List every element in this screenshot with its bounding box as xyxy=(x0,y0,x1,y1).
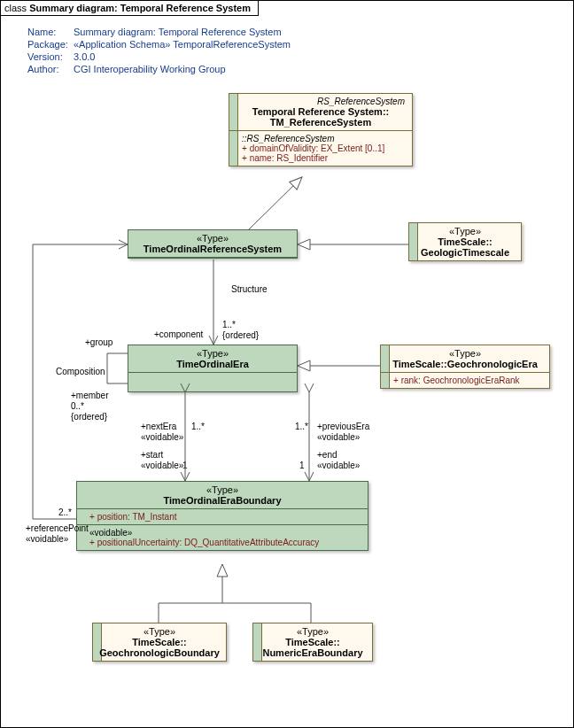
label-prev-era: +previousEra xyxy=(317,422,369,431)
class-time-ordinal-reference-system: «Type» TimeOrdinalReferenceSystem xyxy=(128,229,298,259)
label-start: +start xyxy=(141,450,163,460)
label-voidable-prev: «voidable» xyxy=(317,432,360,442)
label-mult-2star: 2..* xyxy=(58,507,72,517)
label-mult-1-a: 1 xyxy=(182,461,188,470)
label-next-era: +nextEra xyxy=(141,422,176,431)
class-geologic-timescale: «Type» TimeScale:: GeologicTimescale xyxy=(408,222,522,261)
title-prefix: class xyxy=(4,3,29,13)
metadata-block: Name:Summary diagram: Temporal Reference… xyxy=(27,26,291,75)
label-voidable-start: «voidable» xyxy=(141,461,183,470)
diagram-title-tab: class Summary diagram: Temporal Referenc… xyxy=(1,1,259,16)
label-voidable-ref: «voidable» xyxy=(26,534,68,544)
class-time-ordinal-era-boundary: «Type» TimeOrdinalEraBoundary position: … xyxy=(76,481,368,551)
label-group: +group xyxy=(85,337,112,347)
class-time-ordinal-era: «Type» TimeOrdinalEra xyxy=(128,345,298,392)
label-structure: Structure xyxy=(231,284,268,294)
title-bold: Summary diagram: Temporal Reference Syst… xyxy=(29,3,251,13)
label-mult-1star-c: 1..* xyxy=(295,422,308,431)
label-end: +end xyxy=(317,450,337,460)
label-mult-1-b: 1 xyxy=(299,461,305,470)
class-tm-reference-system: RS_ReferenceSystem Temporal Reference Sy… xyxy=(229,93,413,167)
class-geochronologic-era: «Type» TimeScale::GeochronologicEra rank… xyxy=(380,345,550,389)
label-mult-1star-b: 1..* xyxy=(191,422,205,431)
diagram-canvas: class Summary diagram: Temporal Referenc… xyxy=(0,0,574,728)
label-composition: Composition xyxy=(56,367,105,376)
label-component: +component xyxy=(154,329,203,339)
label-voidable-end: «voidable» xyxy=(317,461,360,470)
label-mult-0star: 0..* xyxy=(71,401,84,411)
label-member: +member xyxy=(71,391,109,400)
label-mult-1star-a: 1..* xyxy=(222,320,236,329)
class-geochronologic-boundary: «Type» TimeScale:: GeochronologicBoundar… xyxy=(92,623,227,662)
class-numeric-era-boundary: «Type» TimeScale:: NumericEraBoundary xyxy=(252,623,373,662)
label-voidable-next: «voidable» xyxy=(141,432,183,442)
label-ordered-b: {ordered} xyxy=(71,412,107,422)
label-ordered-a: {ordered} xyxy=(222,330,259,340)
